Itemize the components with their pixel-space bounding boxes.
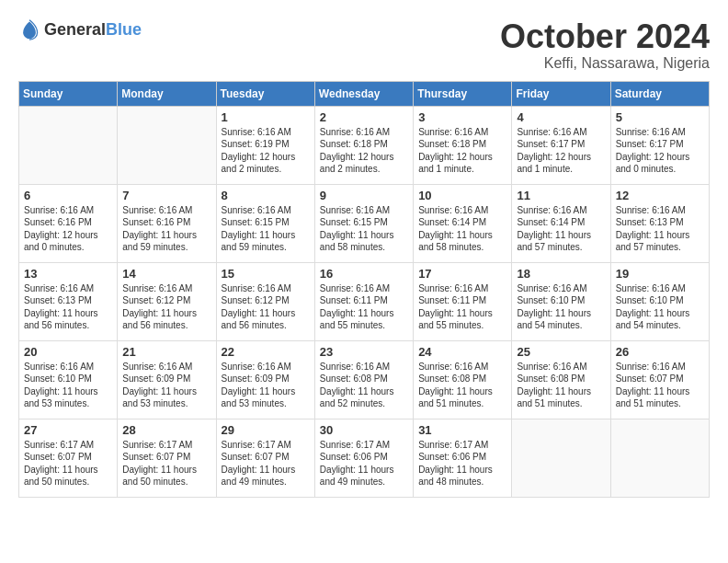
day-number: 5 xyxy=(616,110,704,124)
calendar-cell: 14Sunrise: 6:16 AM Sunset: 6:12 PM Dayli… xyxy=(118,262,216,340)
day-number: 20 xyxy=(24,345,112,359)
calendar-cell: 30Sunrise: 6:17 AM Sunset: 6:06 PM Dayli… xyxy=(314,419,413,497)
cell-info: Sunrise: 6:16 AM Sunset: 6:09 PM Dayligh… xyxy=(222,361,310,410)
day-number: 11 xyxy=(517,189,605,202)
cell-info: Sunrise: 6:16 AM Sunset: 6:17 PM Dayligh… xyxy=(616,126,704,176)
week-row-3: 13Sunrise: 6:16 AM Sunset: 6:13 PM Dayli… xyxy=(19,262,710,340)
day-number: 3 xyxy=(418,110,506,124)
header-saturday: Saturday xyxy=(610,81,709,106)
day-number: 9 xyxy=(320,189,408,202)
cell-info: Sunrise: 6:16 AM Sunset: 6:08 PM Dayligh… xyxy=(320,361,408,410)
calendar-cell: 5Sunrise: 6:16 AM Sunset: 6:17 PM Daylig… xyxy=(610,106,709,184)
header-row: SundayMondayTuesdayWednesdayThursdayFrid… xyxy=(19,81,710,106)
day-number: 28 xyxy=(122,423,210,437)
day-number: 7 xyxy=(122,189,210,202)
calendar-cell: 2Sunrise: 6:16 AM Sunset: 6:18 PM Daylig… xyxy=(314,106,413,184)
day-number: 29 xyxy=(222,423,310,437)
header-sunday: Sunday xyxy=(19,81,118,106)
cell-info: Sunrise: 6:16 AM Sunset: 6:18 PM Dayligh… xyxy=(418,126,506,176)
header-thursday: Thursday xyxy=(414,81,512,106)
header-wednesday: Wednesday xyxy=(314,81,413,106)
day-number: 22 xyxy=(222,345,310,359)
calendar-cell: 12Sunrise: 6:16 AM Sunset: 6:13 PM Dayli… xyxy=(610,184,709,262)
cell-info: Sunrise: 6:17 AM Sunset: 6:06 PM Dayligh… xyxy=(418,439,506,488)
calendar-cell: 29Sunrise: 6:17 AM Sunset: 6:07 PM Dayli… xyxy=(216,419,314,497)
calendar-cell: 28Sunrise: 6:17 AM Sunset: 6:07 PM Dayli… xyxy=(118,419,216,497)
calendar-cell: 3Sunrise: 6:16 AM Sunset: 6:18 PM Daylig… xyxy=(414,106,512,184)
cell-info: Sunrise: 6:16 AM Sunset: 6:09 PM Dayligh… xyxy=(122,361,210,410)
calendar-cell: 23Sunrise: 6:16 AM Sunset: 6:08 PM Dayli… xyxy=(314,340,413,419)
day-number: 1 xyxy=(222,110,310,124)
day-number: 12 xyxy=(616,189,704,202)
day-number: 31 xyxy=(418,423,506,437)
calendar-cell xyxy=(19,106,118,184)
calendar-cell: 10Sunrise: 6:16 AM Sunset: 6:14 PM Dayli… xyxy=(414,184,512,262)
day-number: 25 xyxy=(517,345,605,359)
calendar-cell: 18Sunrise: 6:16 AM Sunset: 6:10 PM Dayli… xyxy=(512,262,610,340)
cell-info: Sunrise: 6:17 AM Sunset: 6:07 PM Dayligh… xyxy=(222,439,310,488)
day-number: 14 xyxy=(122,267,210,281)
cell-info: Sunrise: 6:16 AM Sunset: 6:14 PM Dayligh… xyxy=(517,204,605,254)
calendar-cell: 31Sunrise: 6:17 AM Sunset: 6:06 PM Dayli… xyxy=(414,419,512,497)
calendar-cell xyxy=(610,419,709,497)
calendar-cell: 20Sunrise: 6:16 AM Sunset: 6:10 PM Dayli… xyxy=(19,340,118,419)
cell-info: Sunrise: 6:16 AM Sunset: 6:13 PM Dayligh… xyxy=(616,204,704,254)
header-monday: Monday xyxy=(118,81,216,106)
week-row-2: 6Sunrise: 6:16 AM Sunset: 6:16 PM Daylig… xyxy=(19,184,710,262)
cell-info: Sunrise: 6:16 AM Sunset: 6:17 PM Dayligh… xyxy=(517,126,605,176)
cell-info: Sunrise: 6:16 AM Sunset: 6:15 PM Dayligh… xyxy=(320,204,408,254)
calendar-cell xyxy=(512,419,610,497)
month-title: October 2024 xyxy=(500,18,710,55)
calendar-cell: 17Sunrise: 6:16 AM Sunset: 6:11 PM Dayli… xyxy=(414,262,512,340)
calendar-cell: 22Sunrise: 6:16 AM Sunset: 6:09 PM Dayli… xyxy=(216,340,314,419)
day-number: 2 xyxy=(320,110,408,124)
calendar-cell: 21Sunrise: 6:16 AM Sunset: 6:09 PM Dayli… xyxy=(118,340,216,419)
cell-info: Sunrise: 6:16 AM Sunset: 6:16 PM Dayligh… xyxy=(24,204,112,254)
day-number: 13 xyxy=(24,267,112,281)
calendar-cell: 6Sunrise: 6:16 AM Sunset: 6:16 PM Daylig… xyxy=(19,184,118,262)
cell-info: Sunrise: 6:16 AM Sunset: 6:18 PM Dayligh… xyxy=(320,126,408,176)
calendar-cell: 15Sunrise: 6:16 AM Sunset: 6:12 PM Dayli… xyxy=(216,262,314,340)
cell-info: Sunrise: 6:16 AM Sunset: 6:13 PM Dayligh… xyxy=(24,282,112,332)
cell-info: Sunrise: 6:16 AM Sunset: 6:08 PM Dayligh… xyxy=(418,361,506,410)
logo-wordmark: GeneralBlue xyxy=(44,20,142,40)
day-number: 6 xyxy=(24,189,112,202)
day-number: 24 xyxy=(418,345,506,359)
cell-info: Sunrise: 6:16 AM Sunset: 6:07 PM Dayligh… xyxy=(616,361,704,410)
calendar-cell xyxy=(118,106,216,184)
cell-info: Sunrise: 6:16 AM Sunset: 6:12 PM Dayligh… xyxy=(122,282,210,332)
day-number: 4 xyxy=(517,110,605,124)
week-row-4: 20Sunrise: 6:16 AM Sunset: 6:10 PM Dayli… xyxy=(19,340,710,419)
cell-info: Sunrise: 6:16 AM Sunset: 6:11 PM Dayligh… xyxy=(320,282,408,332)
cell-info: Sunrise: 6:16 AM Sunset: 6:10 PM Dayligh… xyxy=(24,361,112,410)
calendar-cell: 8Sunrise: 6:16 AM Sunset: 6:15 PM Daylig… xyxy=(216,184,314,262)
week-row-1: 1Sunrise: 6:16 AM Sunset: 6:19 PM Daylig… xyxy=(19,106,710,184)
calendar-cell: 26Sunrise: 6:16 AM Sunset: 6:07 PM Dayli… xyxy=(610,340,709,419)
day-number: 8 xyxy=(222,189,310,202)
logo: GeneralBlue xyxy=(18,18,142,40)
logo-blue: Blue xyxy=(106,20,142,39)
calendar-cell: 1Sunrise: 6:16 AM Sunset: 6:19 PM Daylig… xyxy=(216,106,314,184)
day-number: 21 xyxy=(122,345,210,359)
cell-info: Sunrise: 6:16 AM Sunset: 6:15 PM Dayligh… xyxy=(222,204,310,254)
page-header: GeneralBlue October 2024 Keffi, Nassaraw… xyxy=(18,18,710,72)
title-block: October 2024 Keffi, Nassarawa, Nigeria xyxy=(500,18,710,72)
cell-info: Sunrise: 6:16 AM Sunset: 6:10 PM Dayligh… xyxy=(517,282,605,332)
header-friday: Friday xyxy=(512,81,610,106)
location-title: Keffi, Nassarawa, Nigeria xyxy=(500,55,710,72)
day-number: 17 xyxy=(418,267,506,281)
cell-info: Sunrise: 6:16 AM Sunset: 6:10 PM Dayligh… xyxy=(616,282,704,332)
calendar-cell: 16Sunrise: 6:16 AM Sunset: 6:11 PM Dayli… xyxy=(314,262,413,340)
day-number: 18 xyxy=(517,267,605,281)
cell-info: Sunrise: 6:16 AM Sunset: 6:08 PM Dayligh… xyxy=(517,361,605,410)
cell-info: Sunrise: 6:17 AM Sunset: 6:07 PM Dayligh… xyxy=(122,439,210,488)
day-number: 26 xyxy=(616,345,704,359)
day-number: 10 xyxy=(418,189,506,202)
calendar-cell: 25Sunrise: 6:16 AM Sunset: 6:08 PM Dayli… xyxy=(512,340,610,419)
cell-info: Sunrise: 6:16 AM Sunset: 6:16 PM Dayligh… xyxy=(122,204,210,254)
day-number: 30 xyxy=(320,423,408,437)
cell-info: Sunrise: 6:16 AM Sunset: 6:12 PM Dayligh… xyxy=(222,282,310,332)
day-number: 27 xyxy=(24,423,112,437)
logo-general: General xyxy=(44,20,106,39)
day-number: 19 xyxy=(616,267,704,281)
